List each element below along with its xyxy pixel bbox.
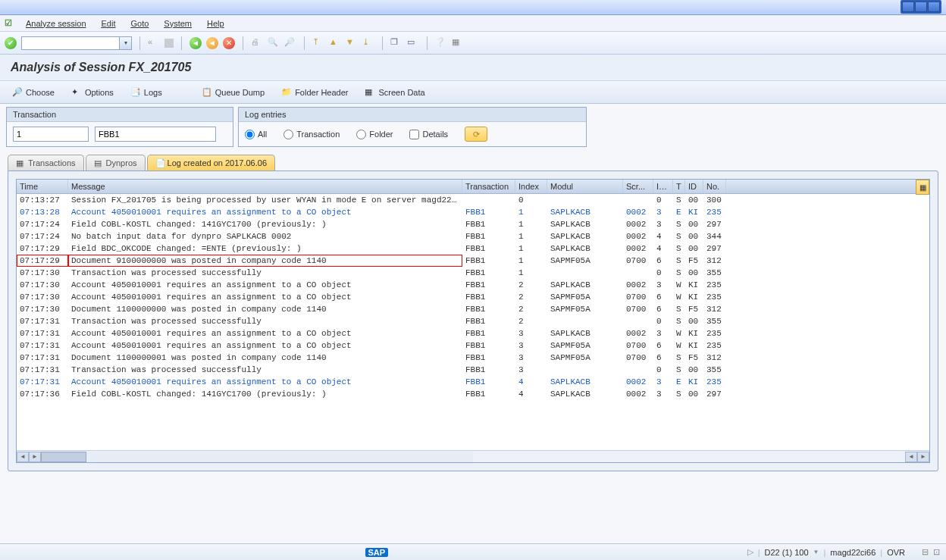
minimize-button[interactable] (902, 2, 914, 12)
cell-id: KI (685, 376, 703, 388)
col-header-modul[interactable]: Modul (547, 180, 623, 193)
layout-icon[interactable]: ▦ (452, 37, 464, 49)
col-header-time[interactable]: Time (17, 180, 68, 193)
folder-header-button[interactable]: 📁Folder Header (277, 86, 352, 99)
last-page-icon[interactable]: ⤓ (362, 37, 374, 49)
command-field-dropdown[interactable]: ▾ (120, 36, 132, 50)
col-header-t[interactable]: T (673, 180, 685, 193)
table-row[interactable]: 07:17:24No batch input data for dynpro S… (17, 230, 929, 242)
menu-icon[interactable]: ☑ (5, 18, 12, 28)
scroll-left-button-right[interactable]: ◄ (905, 452, 917, 462)
maximize-button[interactable] (915, 2, 927, 12)
prev-page-icon[interactable]: ▲ (329, 37, 341, 49)
scroll-right-button[interactable]: ► (29, 452, 41, 462)
table-row[interactable]: 07:17:30Document 1100000000 was posted i… (17, 303, 929, 315)
tab-dynpros[interactable]: ▤Dynpros (86, 155, 146, 171)
transaction-index-field[interactable] (13, 127, 89, 142)
print-icon[interactable]: 🖨 (251, 37, 263, 49)
radio-folder-input[interactable] (356, 130, 366, 139)
save-icon[interactable] (164, 39, 174, 48)
table-row[interactable]: 07:17:31Document 1100000001 was posted i… (17, 352, 929, 364)
menu-goto[interactable]: Goto (123, 19, 156, 28)
col-header-index[interactable]: Index (515, 180, 547, 193)
status-tray-icon[interactable]: ⊟ (922, 547, 929, 557)
command-field[interactable] (21, 36, 120, 50)
table-row[interactable]: 07:17:31Transaction was processed succes… (17, 315, 929, 327)
close-button[interactable] (928, 2, 940, 12)
refresh-button[interactable]: ⟳ (465, 127, 487, 142)
col-header-screen[interactable]: Scr... (623, 180, 653, 193)
scroll-left-button[interactable]: ◄ (17, 452, 29, 462)
menu-analyze-session[interactable]: Analyze session (18, 19, 94, 28)
queue-dump-button[interactable]: 📋Queue Dump (197, 86, 269, 99)
table-row[interactable]: 07:17:29Field BDC_OKCODE changed: =ENTE … (17, 242, 929, 255)
menu-help[interactable]: Help (199, 19, 232, 28)
grid-body[interactable]: 07:13:27Session FX_201705 is being proce… (17, 194, 929, 450)
horizontal-scrollbar[interactable]: ◄ ► ◄ ► (17, 450, 929, 462)
radio-all-input[interactable] (245, 130, 255, 139)
first-page-icon[interactable]: ⤒ (312, 37, 324, 49)
transaction-code-field[interactable] (95, 127, 216, 142)
cell-no: 235 (703, 206, 726, 218)
col-header-in[interactable]: In... (653, 180, 673, 193)
table-row[interactable]: 07:17:30Account 4050010001 requires an a… (17, 291, 929, 303)
cell-id: F5 (685, 352, 703, 364)
radio-folder[interactable]: Folder (356, 130, 393, 139)
check-details[interactable]: Details (409, 130, 448, 139)
table-row[interactable]: 07:17:36Field COBL-KOSTL changed: 141GYC… (17, 388, 929, 400)
table-row[interactable]: 07:17:31Account 4050010001 requires an a… (17, 327, 929, 339)
cell-in: 0 (653, 315, 673, 327)
scroll-right-button-right[interactable]: ► (917, 452, 929, 462)
col-header-id[interactable]: ID (685, 180, 703, 193)
find-icon[interactable]: 🔍 (268, 37, 280, 49)
back-button[interactable]: ◄ (190, 37, 202, 49)
status-nav-icon[interactable]: ▷ (747, 547, 753, 557)
table-row[interactable]: 07:17:31Transaction was processed succes… (17, 364, 929, 376)
col-header-transaction[interactable]: Transaction (462, 180, 515, 193)
table-row[interactable]: 07:17:29Document 9100000000 was posted i… (17, 255, 929, 267)
page-title: Analysis of Session FX_201705 (0, 55, 946, 81)
table-row[interactable]: 07:17:30Transaction was processed succes… (17, 267, 929, 279)
tab-log[interactable]: 📄Log created on 2017.06.06 (147, 155, 276, 171)
scrollbar-thumb[interactable] (41, 452, 86, 462)
cancel-button[interactable]: ✕ (223, 37, 235, 49)
status-system-info[interactable]: D22 (1) 100 (764, 548, 808, 557)
cell-modul[interactable]: SAPLKACB (547, 376, 623, 388)
status-insert-mode[interactable]: OVR (887, 548, 905, 557)
table-row[interactable]: 07:17:30Account 4050010001 requires an a… (17, 279, 929, 291)
options-button[interactable]: ✦Options (67, 86, 118, 99)
table-row[interactable]: 07:17:31Account 4050010001 requires an a… (17, 339, 929, 352)
status-tray-icon-2[interactable]: ⊡ (933, 547, 940, 557)
cell-transaction[interactable]: FBB1 (462, 376, 515, 388)
grid-settings-button[interactable]: ▦ (916, 180, 929, 195)
cell-in: 6 (653, 303, 673, 315)
menu-edit[interactable]: Edit (94, 19, 124, 28)
table-row[interactable]: 07:17:24Field COBL-KOSTL changed: 141GYC… (17, 218, 929, 230)
help-icon[interactable]: ❔ (435, 37, 447, 49)
scrollbar-track[interactable] (41, 452, 473, 462)
col-header-message[interactable]: Message (68, 180, 462, 193)
tab-transactions[interactable]: ▦Transactions (8, 155, 84, 171)
cell-modul[interactable]: SAPLKACB (547, 206, 623, 218)
find-next-icon[interactable]: 🔎 (284, 37, 296, 49)
logs-button[interactable]: 📑Logs (126, 86, 167, 99)
cell-transaction[interactable]: FBB1 (462, 206, 515, 218)
screen-data-button[interactable]: ▦Screen Data (360, 86, 429, 99)
radio-all[interactable]: All (245, 130, 267, 139)
menu-system[interactable]: System (156, 19, 199, 28)
radio-transaction[interactable]: Transaction (283, 130, 340, 139)
table-row[interactable]: 07:13:27Session FX_201705 is being proce… (17, 194, 929, 206)
table-row[interactable]: 07:17:31Account 4050010001 requires an a… (17, 376, 929, 388)
table-row[interactable]: 07:13:28Account 4050010001 requires an a… (17, 206, 929, 218)
nav-rewind-icon[interactable]: « (148, 37, 160, 49)
enter-button[interactable]: ✔ (5, 37, 17, 49)
check-details-input[interactable] (409, 130, 419, 139)
radio-transaction-input[interactable] (283, 130, 293, 139)
shortcut-icon[interactable]: ▭ (407, 37, 419, 49)
exit-button[interactable]: ◄ (206, 37, 218, 49)
cell-index: 0 (515, 194, 547, 206)
new-session-icon[interactable]: ❐ (390, 37, 403, 49)
choose-button[interactable]: 🔎Choose (8, 86, 59, 99)
col-header-no[interactable]: No. (703, 180, 726, 193)
next-page-icon[interactable]: ▼ (346, 37, 358, 49)
